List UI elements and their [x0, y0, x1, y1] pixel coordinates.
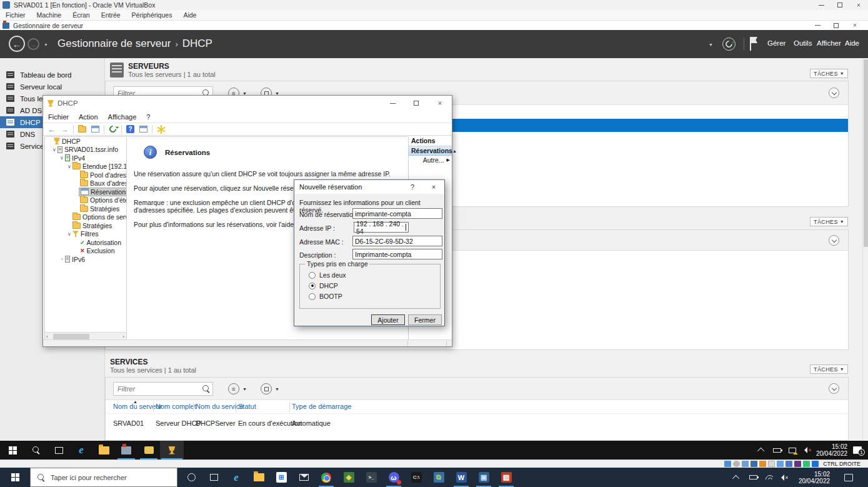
dhcp-window-titlebar[interactable]: DHCP × [43, 96, 452, 111]
tree-item-filtres[interactable]: ∨Filtres [45, 230, 126, 239]
menu-outils[interactable]: Outils [794, 39, 812, 47]
menu-afficher[interactable]: Afficher [817, 39, 841, 47]
dialog-help-button[interactable]: ? [402, 180, 423, 194]
events-collapse-chevron-icon[interactable] [829, 235, 839, 246]
help-icon[interactable]: ? [126, 124, 135, 134]
scroll-right-arrow-icon[interactable]: › [122, 334, 124, 339]
servers-collapse-chevron-icon[interactable] [829, 88, 839, 98]
forward-arrow-icon[interactable]: → [60, 124, 69, 134]
virtualbox-taskbar-icon[interactable]: ▣ [472, 468, 495, 487]
vm-start-button[interactable] [0, 441, 25, 459]
chrome-icon[interactable] [315, 468, 337, 487]
column-nom-du-serveur[interactable]: Nom du serveur [113, 403, 162, 410]
vbox-menu-aide[interactable]: Aide [177, 10, 202, 20]
dialog-close-button[interactable]: × [423, 180, 444, 194]
vbox-audio-status-icon[interactable] [742, 461, 749, 467]
tree-item-pool[interactable]: Pool d'adress [45, 171, 126, 179]
guest-close-button[interactable]: × [846, 21, 864, 30]
map-app-icon[interactable]: ◆ [337, 468, 360, 487]
vbox-mouse-status-icon[interactable] [803, 461, 810, 467]
column-statut[interactable]: Statut [238, 403, 256, 410]
host-search-box[interactable]: Taper ici pour rechercher [30, 468, 177, 487]
tree-item-ipv4[interactable]: ∨IPv4 [45, 154, 126, 163]
notifications-flag-icon[interactable] [750, 37, 758, 51]
vbox-network-status-icon[interactable] [751, 461, 757, 467]
back-arrow-icon[interactable]: ← [47, 124, 56, 134]
mac-address-field[interactable] [352, 236, 442, 246]
vbox-features-status-icon[interactable] [794, 461, 801, 467]
tree-item-baux[interactable]: Baux d'adress [45, 179, 126, 188]
column-nom-complet[interactable]: Nom complet [156, 403, 196, 410]
nav-history-dropdown-icon[interactable]: ▼ [44, 43, 48, 47]
vbox-keyboard-status-icon[interactable] [812, 461, 819, 467]
vm-task-view-button[interactable] [47, 441, 70, 459]
back-button[interactable]: ← [9, 36, 25, 52]
host-clock[interactable]: 15:0220/04/2022 [797, 468, 831, 487]
tree-item-strategies[interactable]: Stratégies [45, 221, 126, 230]
tree-item-ipv6[interactable]: ›IPv6 [45, 255, 126, 264]
tree-item-strategies-etendue[interactable]: Stratégies [45, 204, 126, 213]
vbox-menu-peripheriques[interactable]: Périphériques [126, 10, 178, 20]
tree-item-exclusion[interactable]: ✕Exclusion [45, 247, 126, 256]
events-tasks-button[interactable]: TÂCHES▼ [810, 217, 848, 226]
host-file-explorer-icon[interactable] [247, 468, 270, 487]
host-volume-muted-icon[interactable]: × [777, 468, 792, 487]
dhcp-close-button[interactable]: × [428, 96, 452, 111]
host-battery-icon[interactable] [746, 468, 760, 487]
dhcp-console-taskbar-icon[interactable] [160, 441, 184, 459]
vbox-menu-ecran[interactable]: Écran [67, 10, 95, 20]
radio-les-deux[interactable]: Les deux [309, 271, 346, 279]
ip-address-field[interactable]: 192 . 168 . 240 . 54 [354, 222, 409, 233]
vm-search-button[interactable] [25, 441, 47, 459]
host-task-view-button[interactable] [202, 468, 225, 487]
vbox-recording-status-icon[interactable] [786, 461, 792, 467]
vm-volume-muted-icon[interactable]: × [801, 441, 815, 459]
remote-desktop-icon[interactable]: ⧉ [427, 468, 450, 487]
vm-action-center-icon[interactable]: 1 [849, 441, 866, 459]
discord-icon[interactable]: ω [382, 468, 405, 487]
services-collapse-chevron-icon[interactable] [829, 383, 839, 394]
properties-icon[interactable] [91, 124, 100, 134]
vm-network-warning-icon[interactable] [785, 441, 800, 459]
powershell-icon[interactable]: >_ [360, 468, 382, 487]
radio-bootp[interactable]: BOOTP [309, 293, 342, 300]
dhcp-menu-affichage[interactable]: Affichage [103, 113, 142, 121]
main-vertical-scrollbar[interactable] [862, 58, 868, 441]
breadcrumb-root[interactable]: Gestionnaire de serveur [57, 38, 171, 49]
internet-explorer-icon[interactable]: e [70, 441, 92, 459]
servers-tasks-button[interactable]: TÂCHES▼ [810, 69, 848, 78]
vm-clock[interactable]: 15:0220/04/2022 [816, 441, 847, 459]
tree-item-server[interactable]: ∨SRVAD01.tssr.info [45, 146, 126, 154]
actions-reservations-group[interactable]: Réservations▲ [409, 146, 452, 156]
sidebar-item-serveur-local[interactable]: Serveur local [0, 81, 104, 93]
vbox-menu-machine[interactable]: Machine [31, 10, 67, 20]
description-field[interactable] [352, 249, 442, 259]
access-app-icon[interactable]: ▨ [495, 468, 517, 487]
host-wifi-icon[interactable] [762, 468, 776, 487]
microsoft-store-icon[interactable]: ⊞ [270, 468, 292, 487]
scrollbar-thumb[interactable] [864, 59, 868, 247]
actions-more-item[interactable]: Autre...▶ [409, 156, 452, 164]
mail-icon[interactable] [292, 468, 315, 487]
scrollbar-thumb[interactable] [53, 334, 89, 339]
forward-button[interactable]: → [27, 38, 39, 50]
dhcp-maximize-button[interactable] [404, 96, 428, 111]
vbox-minimize-button[interactable] [812, 1, 831, 9]
collapse-expander-icon[interactable]: ∨ [51, 147, 57, 153]
host-start-button[interactable] [0, 468, 30, 487]
file-explorer-icon[interactable] [92, 441, 115, 459]
guest-minimize-button[interactable] [808, 21, 827, 30]
radio-dhcp[interactable]: DHCP [309, 282, 338, 289]
vbox-menu-fichier[interactable]: Fichier [0, 10, 31, 20]
services-filter-input[interactable] [113, 382, 213, 396]
refresh-dropdown-icon[interactable]: ▼ [709, 43, 713, 47]
vbox-menu-entree[interactable]: Entrée [96, 10, 126, 20]
reservation-name-field[interactable] [352, 208, 442, 219]
refresh-icon[interactable] [722, 38, 736, 51]
vbox-maximize-button[interactable] [831, 1, 849, 9]
dhcp-menu-fichier[interactable]: Fichier [43, 113, 74, 121]
tree-item-dhcp-root[interactable]: DHCP [45, 137, 126, 146]
cmd-icon[interactable]: C:\ [405, 468, 427, 487]
close-button[interactable]: Fermer [408, 314, 442, 325]
scroll-left-arrow-icon[interactable]: ‹ [46, 334, 48, 339]
